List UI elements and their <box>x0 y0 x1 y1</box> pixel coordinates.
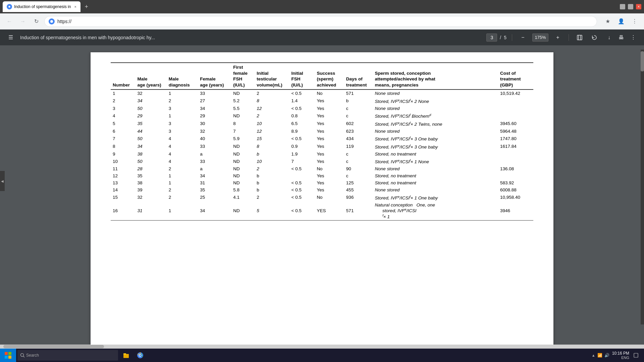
table-cell: 30 <box>198 120 231 128</box>
table-cell: b <box>255 179 289 186</box>
table-cell: 14 <box>111 186 136 193</box>
print-button[interactable]: 🖶 <box>616 32 627 43</box>
pdf-page-input[interactable] <box>486 34 497 42</box>
scroll-left-button[interactable]: ◀ <box>0 171 5 191</box>
forward-button[interactable]: → <box>17 16 28 27</box>
horizontal-scrollbar-track[interactable] <box>0 345 644 349</box>
table-cell: 90 <box>344 165 373 172</box>
table-row: 11282aND2< 0.5No90None stored136.08 <box>111 165 533 172</box>
table-cell: 2 <box>111 97 136 105</box>
taskbar-search[interactable]: Search <box>17 350 118 361</box>
taskbar-explorer-button[interactable] <box>119 349 133 362</box>
minimize-button[interactable] <box>620 4 625 9</box>
tab-close-button[interactable]: × <box>74 5 76 9</box>
table-cell: 3945.60 <box>498 120 533 128</box>
table-cell: 34 <box>198 105 231 112</box>
table-cell: 2 <box>255 193 289 201</box>
table-cell: 34 <box>198 201 231 221</box>
toolbar-separator-2 <box>569 34 569 41</box>
table-cell: 2 <box>167 193 198 201</box>
pdf-content-area[interactable]: ◀ Number Maleage (years) Malediagnosis F… <box>0 46 644 345</box>
tray-arrow[interactable]: ▲ <box>592 353 595 357</box>
browser-tab-active[interactable]: Induction of spermatogenesis in × <box>3 1 80 12</box>
table-cell: YES <box>315 201 344 221</box>
table-cell: c <box>344 150 373 158</box>
horizontal-scrollbar-thumb[interactable] <box>3 345 104 348</box>
table-row: 6443327128.9Yes623None stored5964.48 <box>111 128 533 135</box>
table-row: 1050433ND107YescStored, IVFe/ICSIf× 1 No… <box>111 158 533 166</box>
toolbar-right: ★ 👤 ⋮ <box>602 16 640 27</box>
table-cell: 2 <box>167 186 198 193</box>
col-header-initial-tv: Initialtesticularvolume(mL) <box>255 63 289 89</box>
table-cell: 434 <box>344 135 373 143</box>
table-cell: 7 <box>111 135 136 143</box>
reload-button[interactable]: ↻ <box>31 16 42 27</box>
table-cell: 33 <box>198 142 231 150</box>
fit-page-button[interactable] <box>574 32 585 43</box>
table-cell: 7 <box>231 128 255 135</box>
zoom-out-button[interactable]: − <box>518 32 528 43</box>
table-cell: Yes <box>315 135 344 143</box>
table-cell: 10,958.40 <box>498 193 533 201</box>
table-cell: 33 <box>198 89 231 97</box>
browser-window: Induction of spermatogenesis in × + × ← … <box>0 0 644 349</box>
vertical-scrollbar-track[interactable] <box>641 50 644 324</box>
toolbar-separator-1 <box>512 34 512 41</box>
table-cell: 12 <box>111 172 136 179</box>
table-cell: 50 <box>136 135 167 143</box>
menu-button[interactable]: ⋮ <box>629 16 640 27</box>
back-button[interactable]: ← <box>4 16 15 27</box>
taskbar-chrome-button[interactable] <box>133 349 147 362</box>
table-cell: 2 <box>255 165 289 172</box>
rotate-button[interactable] <box>589 32 600 43</box>
maximize-button[interactable] <box>628 4 633 9</box>
more-options-button[interactable]: ⋮ <box>628 32 639 43</box>
table-cell: 10 <box>255 158 289 166</box>
table-cell: < 0.5 <box>289 135 315 143</box>
table-cell: < 0.5 <box>289 193 315 201</box>
table-cell: 15 <box>111 193 136 201</box>
search-icon <box>20 353 25 358</box>
table-cell: Stored, IVFe/ICSIf× 1 None <box>373 158 498 166</box>
table-cell: 602 <box>344 120 373 128</box>
svg-point-1 <box>8 6 10 7</box>
network-icon: 📶 <box>597 353 602 358</box>
vertical-scrollbar-thumb[interactable] <box>641 51 644 71</box>
data-table: Number Maleage (years) Malediagnosis Fem… <box>111 62 533 221</box>
table-row: 14392355.8b< 0.5Yes455None stored6008.88 <box>111 186 533 193</box>
table-cell: < 0.5 <box>289 201 315 221</box>
download-button[interactable]: ↓ <box>604 32 614 43</box>
new-tab-button[interactable]: + <box>82 2 91 11</box>
address-text: https:// <box>57 19 71 24</box>
pdf-page-separator: / <box>500 35 501 40</box>
col-header-male-diag: Malediagnosis <box>167 63 198 89</box>
pdf-menu-button[interactable]: ☰ <box>5 32 16 43</box>
table-cell: 40 <box>198 135 231 143</box>
profile-button[interactable]: 👤 <box>616 16 627 27</box>
google-favicon-icon <box>49 18 55 24</box>
table-row: 2342275.281.4YesbStored, IVFe/ICSIf× 2 N… <box>111 97 533 105</box>
extensions-button[interactable]: ★ <box>602 16 613 27</box>
table-cell: 0.9 <box>289 142 315 150</box>
table-cell: 12 <box>255 128 289 135</box>
table-cell: 34 <box>198 172 231 179</box>
pdf-page: Number Maleage (years) Malediagnosis Fem… <box>91 52 553 345</box>
table-cell: 583.92 <box>498 179 533 186</box>
table-cell: c <box>344 112 373 120</box>
svg-point-14 <box>140 355 141 356</box>
table-cell: 6.5 <box>289 120 315 128</box>
zoom-in-button[interactable]: + <box>552 32 563 43</box>
table-cell: 2 <box>167 165 198 172</box>
navigation-bar: ← → ↻ https:// ★ 👤 ⋮ <box>0 13 644 29</box>
table-cell: 34 <box>136 97 167 105</box>
table-cell: Yes <box>315 112 344 120</box>
address-bar[interactable]: https:// <box>44 16 597 27</box>
zoom-input[interactable] <box>532 34 548 42</box>
table-cell <box>289 172 315 179</box>
close-button[interactable]: × <box>636 4 641 9</box>
table-row: 132133ND2< 0.5No571None stored10,519.42 <box>111 89 533 97</box>
col-header-success: Success(sperm)achieved <box>315 63 344 89</box>
notification-button[interactable] <box>632 350 640 361</box>
table-cell: 3 <box>167 128 198 135</box>
start-button[interactable] <box>0 349 16 362</box>
